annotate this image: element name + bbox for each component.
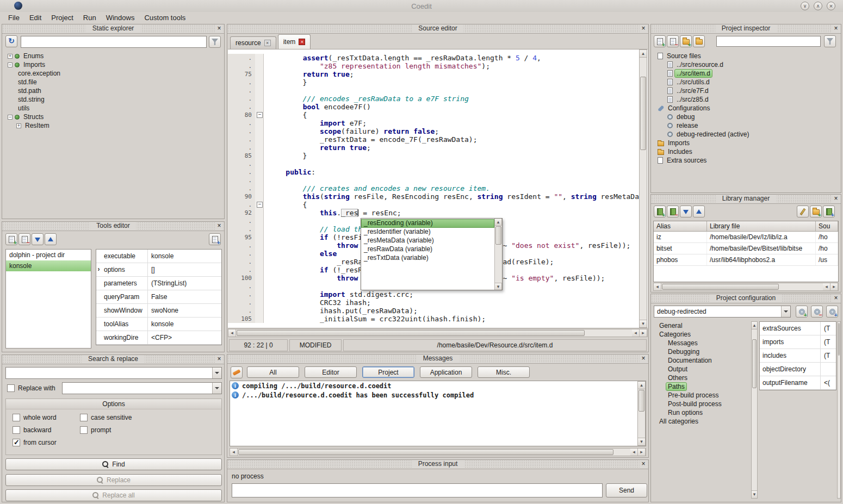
- symbol-search-input[interactable]: [21, 36, 207, 48]
- code-line[interactable]: .: [228, 176, 640, 184]
- scroll-left-icon[interactable]: [228, 329, 236, 337]
- filter-symbols-button[interactable]: [209, 36, 221, 48]
- send-button[interactable]: Send: [606, 483, 647, 497]
- tree-item-debug[interactable]: debug: [654, 113, 839, 121]
- edit-library-button[interactable]: [797, 206, 809, 217]
- menu-windows[interactable]: Windows: [101, 13, 140, 23]
- scroll-thumb[interactable]: [662, 284, 779, 290]
- clone-configuration-button[interactable]: +: [796, 306, 808, 318]
- completion-item-resmetadata-variable[interactable]: _resMetaData (variable): [361, 237, 494, 245]
- tree-item-run-options[interactable]: Run options: [654, 408, 750, 417]
- scroll-left-icon[interactable]: [230, 449, 238, 456]
- remove-source-button[interactable]: −: [667, 35, 679, 47]
- code-line[interactable]: . return true;: [228, 144, 640, 152]
- library-hscrollbar[interactable]: [653, 283, 839, 291]
- messages-vscrollbar[interactable]: [637, 381, 646, 446]
- scroll-thumb[interactable]: [838, 323, 840, 356]
- menu-project[interactable]: Project: [46, 13, 78, 23]
- messages-hscrollbar[interactable]: [230, 448, 646, 456]
- tree-item-includes[interactable]: Includes: [654, 147, 839, 156]
- menu-run[interactable]: Run: [78, 13, 101, 23]
- library-manager-header[interactable]: Library manager: [651, 195, 841, 204]
- replace-all-button[interactable]: Replace all: [5, 489, 222, 501]
- chevron-down-icon[interactable]: [212, 368, 221, 378]
- code-line[interactable]: . "z85 representation length mismatches"…: [228, 62, 640, 70]
- close-icon[interactable]: [832, 195, 840, 203]
- tree-item-std-string[interactable]: std.string: [4, 95, 222, 104]
- replace-with-checkbox[interactable]: Replace with: [7, 384, 55, 392]
- column-header-library-file[interactable]: Library file: [707, 221, 816, 231]
- tree-item-all-categories[interactable]: All categories: [654, 417, 750, 426]
- project-configuration-header[interactable]: Project configuration: [651, 294, 841, 303]
- fold-marker[interactable]: [255, 201, 264, 209]
- code-line[interactable]: 80 {: [228, 111, 640, 119]
- tree-item-debug-redirected-active[interactable]: debug-redirected (active): [654, 130, 839, 139]
- scroll-down-icon[interactable]: [640, 320, 647, 327]
- scroll-track[interactable]: [495, 245, 502, 283]
- scroll-up-icon[interactable]: [495, 219, 502, 226]
- expander-icon[interactable]: −: [8, 115, 13, 120]
- editor-vscrollbar[interactable]: [639, 49, 647, 328]
- clear-messages-button[interactable]: [231, 366, 243, 378]
- code-line[interactable]: 92 this._res = resEnc;: [228, 209, 640, 217]
- register-library-button[interactable]: +: [823, 206, 835, 217]
- property-value[interactable]: <(: [821, 376, 836, 389]
- remove-library-button[interactable]: −: [667, 206, 679, 217]
- library-row-bitset[interactable]: bitset/home/basile/Dev/Bitset/lib/bitse/…: [654, 243, 838, 254]
- filter-all-button[interactable]: All: [247, 366, 299, 378]
- scroll-left-icon[interactable]: [654, 283, 661, 290]
- tree-item-output[interactable]: Output: [654, 365, 750, 374]
- static-explorer-header[interactable]: Static explorer: [2, 24, 224, 34]
- completion-scrollbar[interactable]: [494, 219, 502, 290]
- inspector-search-input[interactable]: [716, 36, 821, 47]
- remove-tool-button[interactable]: −: [18, 233, 30, 245]
- tree-item-messages[interactable]: Messages: [654, 339, 750, 347]
- project-inspector-header[interactable]: Project inspector: [651, 24, 841, 34]
- scroll-left-icon[interactable]: [632, 329, 640, 337]
- tree-item-enums[interactable]: +Enums: [4, 52, 222, 60]
- code-line[interactable]: . _resTxtData = encode_7F(_resRawData);: [228, 135, 640, 144]
- tree-item-documentation[interactable]: Documentation: [654, 356, 750, 365]
- code-line[interactable]: . import std.digest.crc;: [228, 290, 640, 298]
- expander-icon[interactable]: +: [8, 54, 13, 59]
- option-whole-word[interactable]: whole word: [13, 414, 77, 421]
- tree-item-resitem[interactable]: +ResItem: [4, 121, 222, 130]
- tree-item-std-path[interactable]: std.path: [4, 86, 222, 95]
- scroll-thumb[interactable]: [237, 330, 585, 336]
- tree-item-release[interactable]: release: [654, 121, 839, 130]
- code-line[interactable]: 75 return true;: [228, 70, 640, 78]
- tree-item-structs[interactable]: −Structs: [4, 113, 222, 121]
- property-value[interactable]: (T: [821, 322, 836, 335]
- menu-edit[interactable]: Edit: [24, 13, 46, 23]
- scroll-down-icon[interactable]: [638, 438, 645, 445]
- tree-item-debugging[interactable]: Debugging: [654, 347, 750, 356]
- property-value[interactable]: konsole: [148, 250, 221, 263]
- tree-item-src-resource-d[interactable]: ../src/resource.d: [654, 60, 839, 69]
- option-case-sensitive[interactable]: case sensitive: [80, 414, 215, 421]
- column-header-sou[interactable]: Sou: [816, 221, 838, 231]
- property-value[interactable]: swoNone: [148, 304, 221, 317]
- message-row[interactable]: /.../build/resource.d.coedit has been su…: [230, 390, 646, 400]
- scroll-track[interactable]: [838, 356, 840, 498]
- scroll-right-icon[interactable]: [640, 329, 647, 337]
- code-line[interactable]: . /// creates and encodes a new resource…: [228, 184, 640, 192]
- chevron-down-icon[interactable]: [212, 383, 221, 394]
- code-line[interactable]: 90 this(string resFile, ResEncoding resE…: [228, 192, 640, 201]
- add-library-button[interactable]: +: [654, 206, 666, 217]
- code-line[interactable]: . ihash.put(_resRawData);: [228, 307, 640, 315]
- menu-custom-tools[interactable]: Custom tools: [139, 13, 190, 23]
- tree-item-extra-sources[interactable]: Extra sources: [654, 156, 839, 165]
- filter-application-button[interactable]: Application: [420, 366, 472, 378]
- scroll-track[interactable]: [640, 151, 647, 320]
- filter-editor-button[interactable]: Editor: [305, 366, 357, 378]
- open-folder-button[interactable]: [693, 35, 705, 47]
- scroll-right-icon[interactable]: [638, 449, 646, 456]
- editor-hscrollbar[interactable]: [228, 329, 648, 337]
- completion-item-resencoding-variable[interactable]: _resEncoding (variable): [361, 219, 494, 228]
- library-row-phobos[interactable]: phobos/usr/lib64/libphobos2.a/us: [654, 254, 838, 266]
- option-backward[interactable]: backward: [13, 426, 77, 434]
- close-icon[interactable]: [215, 356, 223, 363]
- scroll-thumb[interactable]: [238, 449, 613, 455]
- tree-item-src-item-d[interactable]: ../src/item.d: [654, 69, 839, 78]
- chevron-down-icon[interactable]: [781, 306, 790, 317]
